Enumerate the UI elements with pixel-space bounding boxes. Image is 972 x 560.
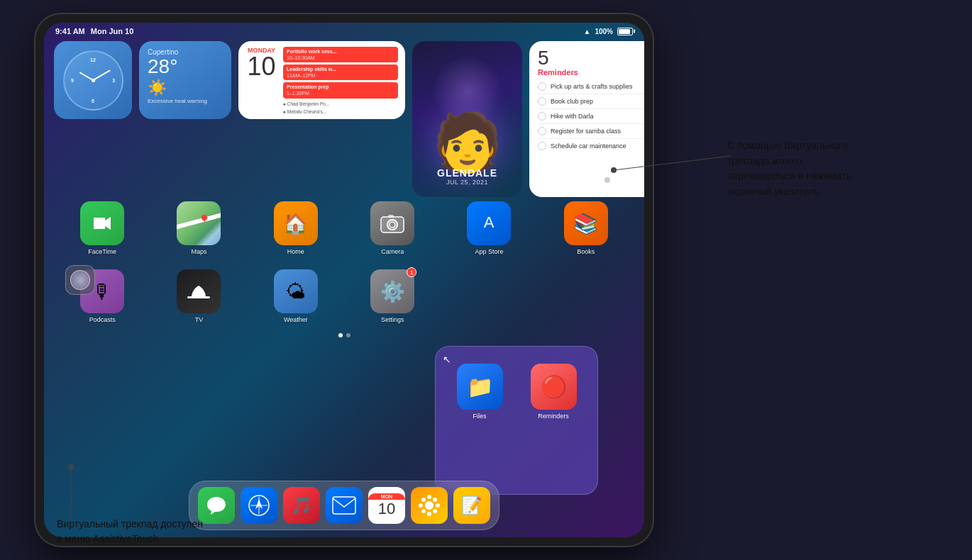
reminder-item-2[interactable]: Book club prep <box>538 94 644 109</box>
app-empty-5 <box>441 265 537 327</box>
reminders-list: Pick up arts & crafts supplies Book club… <box>538 79 644 153</box>
svg-rect-12 <box>333 497 355 514</box>
calendar-event-1[interactable]: Portfolio work sess... 10–10:30AM <box>283 47 398 62</box>
dock-music[interactable]: 🎵 <box>283 487 320 524</box>
reminders-slider <box>604 177 610 183</box>
reminder-item-4[interactable]: Register for samba class <box>538 124 644 139</box>
appletv-icon <box>177 269 221 313</box>
camera-icon <box>370 201 414 245</box>
app-grid-row2: 🎙 Podcasts TV 🌤 Weather ⚙️ 1 Settings <box>44 262 644 330</box>
calendar-date-column: MONDAY 10 <box>245 47 277 113</box>
reminders-app-icon: 🔴 <box>531 364 577 410</box>
reminders-app-label: Reminders <box>538 413 569 420</box>
folder-popup[interactable]: ↖ 📁 Files 🔴 Reminders <box>435 346 598 495</box>
reminder-checkbox-1[interactable] <box>538 82 546 91</box>
appletv-label: TV <box>195 316 204 323</box>
page-dots <box>44 330 644 340</box>
weather-label: Weather <box>284 316 308 323</box>
app-home[interactable]: 🏠 Home <box>248 197 344 259</box>
assistive-touch-button[interactable] <box>65 265 95 295</box>
books-icon: 📚 <box>564 201 608 245</box>
folder-app-files[interactable]: 📁 Files <box>447 364 512 420</box>
page-dot-2[interactable] <box>346 333 350 337</box>
app-camera[interactable]: Camera <box>344 197 441 259</box>
facetime-label: FaceTime <box>88 248 116 255</box>
clock-num-9: 9 <box>71 78 74 83</box>
ipad-frame: 9:41 AM Mon Jun 10 ▲ 100% 12 <box>35 14 653 546</box>
appstore-icon: A <box>467 201 511 245</box>
app-maps[interactable]: Maps <box>150 197 247 259</box>
dock-notes[interactable]: 📝 <box>453 487 490 524</box>
reminders-widget[interactable]: 5 Reminders ☰ Pick up arts & crafts supp… <box>529 41 644 197</box>
calendar-date-number: 10 <box>247 54 275 79</box>
reminder-checkbox-2[interactable] <box>538 97 546 106</box>
maps-label: Maps <box>191 248 206 255</box>
reminders-title: Reminders <box>538 68 578 77</box>
folder-collapse-arrow[interactable]: ↖ <box>443 354 451 365</box>
calendar-dock-icon: MON 10 <box>368 487 405 524</box>
appstore-label: App Store <box>475 248 503 255</box>
maps-map <box>177 201 221 245</box>
reminder-checkbox-5[interactable] <box>538 142 546 150</box>
clock-num-6: 6 <box>92 99 94 103</box>
app-books[interactable]: 📚 Books <box>538 197 634 259</box>
dock-calendar[interactable]: MON 10 <box>368 487 405 524</box>
cal-event-1-title: Portfolio work sess... <box>287 48 394 55</box>
cal-event-2-time: 11AM–12PM <box>287 72 394 79</box>
callout-right-area: С помощью Виртуального трекпада можно пе… <box>727 138 954 200</box>
reminder-item-5[interactable]: Schedule car maintenance <box>538 139 644 153</box>
app-appstore[interactable]: A App Store <box>441 197 537 259</box>
photo-widget[interactable]: 🧑 GLENDALE JUL 25, 2021 <box>412 41 522 197</box>
calendar-attendee-1: ● Chad Benjamin Po... <box>283 101 398 106</box>
status-left: 9:41 AM Mon Jun 10 <box>55 27 133 35</box>
mail-icon <box>326 487 363 524</box>
reminders-header: 5 Reminders ☰ <box>538 48 644 77</box>
reminder-checkbox-4[interactable] <box>538 127 546 135</box>
status-date: Mon Jun 10 <box>91 27 134 35</box>
calendar-event-3[interactable]: Presentation prep 1–1:30PM <box>283 82 398 98</box>
widget-area: 12 3 6 9 Cupertino 28° ☀️ Excessive heat… <box>44 38 644 194</box>
cal-event-2-title: Leadership skills w... <box>287 66 394 72</box>
reminder-text-5: Schedule car maintenance <box>551 142 626 150</box>
svg-marker-1 <box>94 217 111 230</box>
page-dot-1[interactable] <box>338 333 343 337</box>
files-label: Files <box>473 413 486 420</box>
dock-photos[interactable] <box>411 487 448 524</box>
calendar-event-2[interactable]: Leadership skills w... 11AM–12PM <box>283 65 398 80</box>
reminder-text-2: Book club prep <box>551 98 593 105</box>
photo-date: JUL 25, 2021 <box>412 179 522 186</box>
app-empty-6 <box>538 265 634 327</box>
wifi-icon: ▲ <box>584 28 591 35</box>
photos-icon <box>411 487 448 524</box>
reminder-item-3[interactable]: Hike with Darla <box>538 109 644 124</box>
books-label: Books <box>577 248 595 255</box>
clock-face: 12 3 6 9 <box>63 50 123 111</box>
svg-point-16 <box>419 503 423 508</box>
folder-app-reminders[interactable]: 🔴 Reminders <box>521 364 586 420</box>
reminder-checkbox-3[interactable] <box>538 112 546 121</box>
app-settings[interactable]: ⚙️ 1 Settings <box>344 265 441 327</box>
weather-widget[interactable]: Cupertino 28° ☀️ Excessive heat warning <box>139 41 231 119</box>
cal-event-3-time: 1–1:30PM <box>287 90 394 96</box>
app-facetime[interactable]: FaceTime <box>54 197 150 259</box>
app-appletv[interactable]: TV <box>150 265 247 327</box>
svg-point-19 <box>433 498 437 502</box>
svg-point-17 <box>436 503 440 508</box>
maps-icon <box>177 201 221 245</box>
app-weather[interactable]: 🌤 Weather <box>248 265 344 327</box>
svg-point-15 <box>427 512 431 516</box>
dock-mail[interactable] <box>326 487 363 524</box>
weather-icon: ☀️ <box>148 79 223 97</box>
reminder-item-1[interactable]: Pick up arts & crafts supplies <box>538 79 644 94</box>
settings-label: Settings <box>381 316 404 323</box>
calendar-attendee-2: ● Melody Cheung's... <box>283 109 398 113</box>
app-grid-row1: FaceTime Maps 🏠 Home Camera <box>44 194 644 262</box>
battery-icon <box>617 28 633 35</box>
calendar-widget[interactable]: MONDAY 10 Portfolio work sess... 10–10:3… <box>238 41 405 119</box>
folder-apps-grid: 📁 Files 🔴 Reminders <box>447 364 586 420</box>
callout-right-text: С помощью Виртуального трекпада можно пе… <box>727 138 954 200</box>
status-right: ▲ 100% <box>584 28 633 35</box>
clock-widget[interactable]: 12 3 6 9 <box>54 41 132 119</box>
cal-event-1-time: 10–10:30AM <box>287 55 394 61</box>
home-icon: 🏠 <box>274 201 318 245</box>
